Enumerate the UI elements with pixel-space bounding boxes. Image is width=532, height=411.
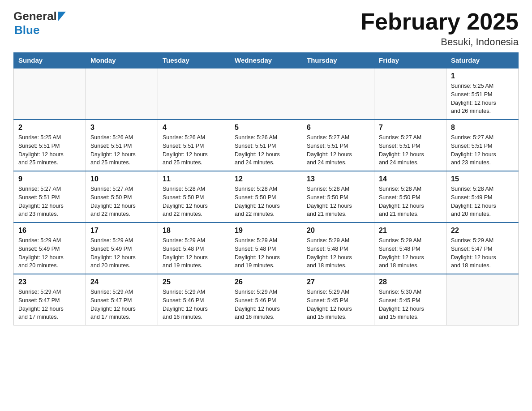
weekday-header-sunday: Sunday: [14, 53, 86, 68]
calendar-day-cell: 11Sunrise: 5:28 AMSunset: 5:50 PMDayligh…: [158, 171, 230, 223]
day-info: Sunrise: 5:26 AMSunset: 5:51 PMDaylight:…: [163, 133, 225, 167]
weekday-header-row: SundayMondayTuesdayWednesdayThursdayFrid…: [14, 53, 519, 68]
calendar-title: February 2025: [360, 9, 519, 34]
day-info: Sunrise: 5:27 AMSunset: 5:51 PMDaylight:…: [18, 185, 81, 218]
calendar-day-cell: 18Sunrise: 5:29 AMSunset: 5:48 PMDayligh…: [158, 223, 230, 274]
calendar-day-cell: [14, 68, 86, 120]
day-number: 5: [235, 124, 297, 132]
calendar-day-cell: 7Sunrise: 5:27 AMSunset: 5:51 PMDaylight…: [374, 120, 446, 171]
page-header: General Blue February 2025 Besuki, Indon…: [13, 9, 519, 48]
calendar-table: SundayMondayTuesdayWednesdayThursdayFrid…: [13, 52, 519, 325]
calendar-header: SundayMondayTuesdayWednesdayThursdayFrid…: [14, 53, 519, 68]
day-number: 17: [90, 227, 153, 235]
weekday-header-wednesday: Wednesday: [230, 53, 302, 68]
day-info: Sunrise: 5:29 AMSunset: 5:47 PMDaylight:…: [451, 236, 514, 270]
day-info: Sunrise: 5:30 AMSunset: 5:45 PMDaylight:…: [379, 288, 442, 321]
calendar-day-cell: 25Sunrise: 5:29 AMSunset: 5:46 PMDayligh…: [158, 274, 230, 325]
day-number: 6: [307, 124, 369, 132]
calendar-week-row: 23Sunrise: 5:29 AMSunset: 5:47 PMDayligh…: [14, 274, 519, 325]
day-number: 16: [18, 227, 81, 235]
day-number: 25: [163, 278, 225, 286]
day-number: 10: [90, 175, 153, 183]
day-info: Sunrise: 5:29 AMSunset: 5:49 PMDaylight:…: [90, 236, 153, 270]
calendar-subtitle: Besuki, Indonesia: [360, 36, 519, 48]
calendar-day-cell: 13Sunrise: 5:28 AMSunset: 5:50 PMDayligh…: [302, 171, 374, 223]
calendar-day-cell: 22Sunrise: 5:29 AMSunset: 5:47 PMDayligh…: [446, 223, 519, 274]
logo-triangle-icon: [58, 12, 66, 21]
calendar-day-cell: 28Sunrise: 5:30 AMSunset: 5:45 PMDayligh…: [374, 274, 446, 325]
calendar-day-cell: 20Sunrise: 5:29 AMSunset: 5:48 PMDayligh…: [302, 223, 374, 274]
calendar-week-row: 9Sunrise: 5:27 AMSunset: 5:51 PMDaylight…: [14, 171, 519, 223]
calendar-day-cell: 21Sunrise: 5:29 AMSunset: 5:48 PMDayligh…: [374, 223, 446, 274]
day-number: 8: [451, 124, 514, 132]
weekday-header-thursday: Thursday: [302, 53, 374, 68]
calendar-day-cell: 5Sunrise: 5:26 AMSunset: 5:51 PMDaylight…: [230, 120, 302, 171]
calendar-day-cell: 9Sunrise: 5:27 AMSunset: 5:51 PMDaylight…: [14, 171, 86, 223]
day-number: 14: [379, 175, 442, 183]
calendar-day-cell: 8Sunrise: 5:27 AMSunset: 5:51 PMDaylight…: [446, 120, 519, 171]
day-number: 26: [235, 278, 297, 286]
title-section: February 2025 Besuki, Indonesia: [360, 9, 519, 48]
day-info: Sunrise: 5:29 AMSunset: 5:49 PMDaylight:…: [18, 236, 81, 270]
day-info: Sunrise: 5:27 AMSunset: 5:50 PMDaylight:…: [90, 185, 153, 218]
day-number: 23: [18, 278, 81, 286]
day-number: 2: [18, 124, 81, 132]
day-number: 18: [163, 227, 225, 235]
calendar-day-cell: 10Sunrise: 5:27 AMSunset: 5:50 PMDayligh…: [86, 171, 158, 223]
calendar-day-cell: 1Sunrise: 5:25 AMSunset: 5:51 PMDaylight…: [446, 68, 519, 120]
weekday-header-friday: Friday: [374, 53, 446, 68]
calendar-day-cell: [302, 68, 374, 120]
calendar-week-row: 1Sunrise: 5:25 AMSunset: 5:51 PMDaylight…: [14, 68, 519, 120]
calendar-day-cell: 26Sunrise: 5:29 AMSunset: 5:46 PMDayligh…: [230, 274, 302, 325]
day-number: 9: [18, 175, 81, 183]
day-info: Sunrise: 5:28 AMSunset: 5:50 PMDaylight:…: [163, 185, 225, 218]
calendar-day-cell: 27Sunrise: 5:29 AMSunset: 5:45 PMDayligh…: [302, 274, 374, 325]
day-info: Sunrise: 5:29 AMSunset: 5:48 PMDaylight:…: [307, 236, 369, 270]
calendar-day-cell: [230, 68, 302, 120]
calendar-day-cell: 2Sunrise: 5:25 AMSunset: 5:51 PMDaylight…: [14, 120, 86, 171]
calendar-day-cell: 17Sunrise: 5:29 AMSunset: 5:49 PMDayligh…: [86, 223, 158, 274]
day-info: Sunrise: 5:29 AMSunset: 5:45 PMDaylight:…: [307, 288, 369, 321]
calendar-day-cell: 6Sunrise: 5:27 AMSunset: 5:51 PMDaylight…: [302, 120, 374, 171]
day-number: 21: [379, 227, 442, 235]
day-number: 15: [451, 175, 514, 183]
weekday-header-saturday: Saturday: [446, 53, 519, 68]
day-info: Sunrise: 5:29 AMSunset: 5:47 PMDaylight:…: [90, 288, 153, 321]
calendar-body: 1Sunrise: 5:25 AMSunset: 5:51 PMDaylight…: [14, 68, 519, 325]
svg-marker-0: [58, 12, 66, 21]
day-info: Sunrise: 5:26 AMSunset: 5:51 PMDaylight:…: [235, 133, 297, 167]
calendar-day-cell: [158, 68, 230, 120]
day-info: Sunrise: 5:28 AMSunset: 5:50 PMDaylight:…: [235, 185, 297, 218]
day-number: 4: [163, 124, 225, 132]
day-number: 7: [379, 124, 442, 132]
calendar-day-cell: [446, 274, 519, 325]
day-number: 11: [163, 175, 225, 183]
calendar-day-cell: 12Sunrise: 5:28 AMSunset: 5:50 PMDayligh…: [230, 171, 302, 223]
day-info: Sunrise: 5:25 AMSunset: 5:51 PMDaylight:…: [18, 133, 81, 167]
day-info: Sunrise: 5:29 AMSunset: 5:48 PMDaylight:…: [379, 236, 442, 270]
day-info: Sunrise: 5:29 AMSunset: 5:48 PMDaylight:…: [235, 236, 297, 270]
logo-general-text: General: [13, 9, 57, 23]
day-info: Sunrise: 5:27 AMSunset: 5:51 PMDaylight:…: [307, 133, 369, 167]
calendar-day-cell: 24Sunrise: 5:29 AMSunset: 5:47 PMDayligh…: [86, 274, 158, 325]
calendar-day-cell: [374, 68, 446, 120]
day-info: Sunrise: 5:28 AMSunset: 5:49 PMDaylight:…: [451, 185, 514, 218]
weekday-header-monday: Monday: [86, 53, 158, 68]
day-info: Sunrise: 5:25 AMSunset: 5:51 PMDaylight:…: [451, 82, 514, 116]
day-number: 19: [235, 227, 297, 235]
calendar-day-cell: 14Sunrise: 5:28 AMSunset: 5:50 PMDayligh…: [374, 171, 446, 223]
calendar-day-cell: 16Sunrise: 5:29 AMSunset: 5:49 PMDayligh…: [14, 223, 86, 274]
calendar-day-cell: 23Sunrise: 5:29 AMSunset: 5:47 PMDayligh…: [14, 274, 86, 325]
logo: General Blue: [13, 9, 66, 37]
day-number: 3: [90, 124, 153, 132]
day-number: 1: [451, 72, 514, 80]
day-number: 22: [451, 227, 514, 235]
day-info: Sunrise: 5:26 AMSunset: 5:51 PMDaylight:…: [90, 133, 153, 167]
day-info: Sunrise: 5:28 AMSunset: 5:50 PMDaylight:…: [307, 185, 369, 218]
day-number: 24: [90, 278, 153, 286]
calendar-day-cell: 15Sunrise: 5:28 AMSunset: 5:49 PMDayligh…: [446, 171, 519, 223]
day-info: Sunrise: 5:29 AMSunset: 5:47 PMDaylight:…: [18, 288, 81, 321]
day-info: Sunrise: 5:27 AMSunset: 5:51 PMDaylight:…: [451, 133, 514, 167]
calendar-day-cell: [86, 68, 158, 120]
day-number: 20: [307, 227, 369, 235]
